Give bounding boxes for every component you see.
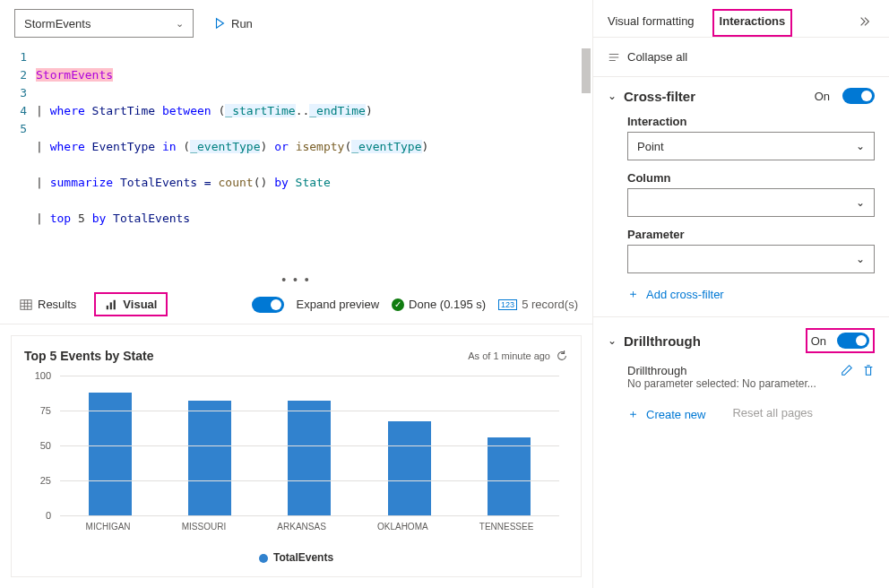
token: StormEvents — [36, 68, 113, 82]
token: by — [92, 212, 107, 225]
x-tick: MISSOURI — [182, 522, 226, 532]
token: ) — [366, 104, 373, 117]
bar[interactable] — [288, 401, 331, 515]
edit-icon[interactable] — [841, 364, 853, 376]
svg-rect-5 — [107, 305, 108, 308]
add-crossfilter-button[interactable]: ＋ Add cross-filter — [627, 286, 875, 302]
more-button[interactable] — [853, 10, 876, 36]
svg-rect-6 — [110, 302, 112, 309]
tab-results[interactable]: Results — [14, 292, 82, 316]
collapse-label: Collapse all — [627, 50, 687, 64]
code-area[interactable]: StormEvents | where StartTime between (_… — [36, 48, 592, 264]
token: StartTime — [85, 104, 162, 117]
chart-legend: TotalEvents — [24, 551, 568, 564]
refresh-icon[interactable] — [556, 350, 568, 362]
line-number: 5 — [0, 120, 27, 138]
chevron-down-icon: ⌄ — [176, 18, 184, 30]
run-label: Run — [231, 17, 253, 30]
collapse-all-button[interactable]: Collapse all — [593, 38, 889, 76]
chevron-down-icon[interactable]: ⌄ — [608, 90, 617, 102]
link-label: Add cross-filter — [646, 288, 724, 301]
legend-label: TotalEvents — [273, 551, 333, 564]
svg-rect-7 — [114, 299, 116, 309]
legend-swatch — [259, 554, 268, 563]
source-dropdown[interactable]: StormEvents ⌄ — [14, 9, 194, 38]
y-tick: 75 — [40, 405, 51, 416]
field-label: Interaction — [627, 115, 875, 128]
status-text: Done (0.195 s) — [409, 298, 486, 311]
scrollbar[interactable] — [582, 48, 591, 93]
main-panel: StormEvents ⌄ Run 1 2 3 4 5 StormEvents … — [0, 0, 593, 588]
y-tick: 25 — [40, 475, 51, 486]
interaction-select[interactable]: Point ⌄ — [627, 132, 875, 160]
token: in — [162, 140, 177, 153]
select-value: Point — [637, 140, 664, 153]
table-icon — [20, 298, 32, 311]
line-number: 4 — [0, 102, 27, 120]
drillthrough-item[interactable]: Drillthrough No parameter selected: No p… — [627, 364, 875, 390]
token: _eventType — [351, 140, 421, 153]
expand-preview-toggle[interactable] — [252, 297, 284, 313]
token: TotalEvents = — [113, 176, 218, 189]
tab-visual[interactable]: Visual — [94, 292, 168, 316]
drillthrough-section: ⌄ Drillthrough On Drillthrough No parame… — [593, 316, 889, 437]
bar[interactable] — [188, 401, 231, 515]
token: ) — [260, 140, 274, 153]
token: State — [289, 176, 331, 189]
token: by — [274, 176, 289, 189]
records-text: 5 record(s) — [522, 298, 578, 311]
token: _endTime — [309, 104, 366, 117]
chart-card: Top 5 Events by State As of 1 minute ago… — [11, 335, 582, 577]
bar[interactable] — [388, 421, 431, 515]
query-editor[interactable]: 1 2 3 4 5 StormEvents | where StartTime … — [0, 47, 592, 272]
parameter-select[interactable]: ⌄ — [627, 245, 875, 273]
results-bar: Results Visual Expand preview ✓ Done (0.… — [0, 285, 592, 324]
tab-visual-formatting[interactable]: Visual formatting — [606, 9, 696, 37]
bar[interactable] — [488, 437, 531, 515]
token: summarize — [50, 176, 113, 189]
chevron-down-icon: ⌄ — [856, 140, 865, 152]
delete-icon[interactable] — [862, 364, 875, 376]
token: | — [36, 212, 50, 225]
token: ) — [422, 140, 429, 153]
line-number: 3 — [0, 84, 27, 102]
token: between — [162, 104, 211, 117]
token: 5 — [71, 212, 91, 225]
drillthrough-toggle[interactable] — [837, 333, 869, 349]
crossfilter-toggle[interactable] — [842, 88, 875, 104]
expand-label: Expand preview — [297, 298, 380, 311]
panel-tabs: Visual formatting Interactions — [593, 0, 889, 38]
reset-pages-button[interactable]: Reset all pages — [732, 406, 813, 422]
section-title: Cross-filter — [624, 89, 807, 104]
play-icon — [213, 17, 226, 30]
bar-chart: 0255075100 MICHIGANMISSOURIARKANSASOKLAH… — [24, 370, 568, 548]
field-label: Column — [627, 171, 875, 185]
plus-icon: ＋ — [627, 286, 639, 302]
token: where — [50, 104, 85, 117]
column-select[interactable]: ⌄ — [627, 188, 875, 217]
token: () — [254, 176, 274, 189]
source-value: StormEvents — [24, 17, 91, 30]
token: or — [274, 140, 289, 153]
token: count — [219, 176, 254, 189]
y-tick: 100 — [35, 370, 51, 381]
tab-interactions[interactable]: Interactions — [712, 9, 793, 37]
x-tick: OKLAHOMA — [377, 522, 428, 532]
resize-handle[interactable]: • • • — [0, 272, 592, 285]
token: .. — [296, 104, 310, 117]
token: ( — [177, 140, 191, 153]
line-number: 2 — [0, 66, 27, 84]
chevron-down-icon: ⌄ — [856, 253, 865, 265]
item-subtitle: No parameter selected: No parameter... — [627, 377, 841, 390]
tab-label: Results — [38, 298, 76, 311]
item-title: Drillthrough — [627, 364, 841, 377]
token: TotalEvents — [106, 212, 190, 225]
run-button[interactable]: Run — [204, 12, 262, 36]
records-icon: 123 — [498, 299, 517, 310]
svg-rect-0 — [21, 299, 31, 309]
x-tick: TENNESSEE — [479, 522, 534, 532]
create-new-button[interactable]: ＋ Create new — [627, 406, 705, 422]
link-label: Create new — [646, 408, 705, 421]
chevron-down-icon[interactable]: ⌄ — [608, 334, 617, 347]
x-tick: MICHIGAN — [86, 522, 131, 532]
